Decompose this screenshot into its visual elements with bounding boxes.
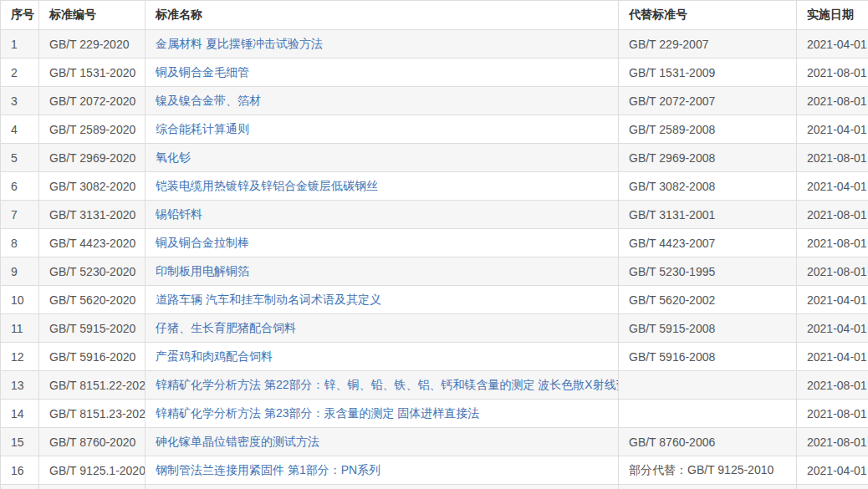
cell-standard-name: [146, 485, 619, 489]
standard-name-link[interactable]: 钢制管法兰连接用紧固件 第1部分：PN系列: [156, 463, 380, 476]
cell-standard-name: 铜及铜合金拉制棒: [146, 229, 619, 257]
cell-implementation-date: 2021-08-01: [797, 229, 868, 257]
cell-index: 6: [1, 172, 39, 201]
cell-replaced-code: [619, 371, 797, 400]
standard-name-link[interactable]: 镍及镍合金带、箔材: [156, 94, 261, 107]
cell-replaced-code: GB/T 3082-2008: [619, 172, 797, 201]
cell-standard-name: 综合能耗计算通则: [146, 115, 619, 144]
cell-standard-code: GB/T 5915-2020: [39, 314, 146, 343]
col-header-date: 实施日期: [797, 1, 868, 30]
cell-standard-name: 道路车辆 汽车和挂车制动名词术语及其定义: [146, 286, 619, 314]
cell-index: 10: [1, 286, 39, 314]
col-header-code: 标准编号: [39, 1, 146, 30]
table-row: 7 GB/T 3131-2020 锡铅钎料 GB/T 3131-2001 202…: [1, 201, 868, 229]
cell-implementation-date: 2021-08-01: [797, 201, 868, 229]
standard-name-link[interactable]: 铜及铜合金毛细管: [156, 65, 249, 79]
cell-replaced-code: GB/T 3131-2001: [619, 201, 797, 229]
cell-standard-code: [39, 485, 146, 489]
cell-implementation-date: [797, 485, 868, 489]
cell-implementation-date: 2021-04-01: [797, 343, 868, 371]
cell-index: 1: [1, 30, 39, 59]
cell-standard-code: GB/T 2969-2020: [39, 144, 146, 172]
standard-name-link[interactable]: 综合能耗计算通则: [156, 122, 249, 135]
standard-name-link[interactable]: 仔猪、生长育肥猪配合饲料: [156, 321, 296, 334]
cell-standard-code: GB/T 8151.23-2020: [39, 400, 146, 428]
table-row: 5 GB/T 2969-2020 氧化钐 GB/T 2969-2008 2021…: [1, 144, 868, 172]
cell-standard-name: 氧化钐: [146, 144, 619, 172]
standard-name-link[interactable]: 印制板用电解铜箔: [156, 264, 249, 278]
table-row: 6 GB/T 3082-2020 铠装电缆用热镀锌及锌铝合金镀层低碳钢丝 GB/…: [1, 172, 868, 201]
standard-name-link[interactable]: 道路车辆 汽车和挂车制动名词术语及其定义: [156, 293, 381, 306]
standard-name-link[interactable]: 金属材料 夏比摆锤冲击试验方法: [156, 37, 323, 50]
cell-replaced-code: GB/T 5620-2002: [619, 286, 797, 314]
cell-implementation-date: 2021-04-01: [797, 314, 868, 343]
standard-name-link[interactable]: 产蛋鸡和肉鸡配合饲料: [156, 349, 273, 363]
standard-name-link[interactable]: 锌精矿化学分析方法 第22部分：锌、铜、铅、铁、铝、钙和镁含量的测定 波长色散X…: [156, 378, 619, 391]
cell-implementation-date: 2021-08-01: [797, 371, 868, 400]
cell-index: 4: [1, 115, 39, 144]
standards-table: 序号 标准编号 标准名称 代替标准号 实施日期 1 GB/T 229-2020 …: [0, 0, 868, 489]
cell-standard-code: GB/T 4423-2020: [39, 229, 146, 257]
cell-replaced-code: GB/T 1531-2009: [619, 59, 797, 87]
cell-index: 14: [1, 400, 39, 428]
cell-index: 8: [1, 229, 39, 257]
cell-index: 3: [1, 87, 39, 115]
cell-standard-code: GB/T 1531-2020: [39, 59, 146, 87]
table-row: 13 GB/T 8151.22-2020 锌精矿化学分析方法 第22部分：锌、铜…: [1, 371, 868, 400]
cell-standard-name: 锡铅钎料: [146, 201, 619, 229]
cell-implementation-date: 2021-04-01: [797, 172, 868, 201]
cell-standard-name: 钢制管法兰连接用紧固件 第1部分：PN系列: [146, 456, 619, 485]
cell-replaced-code: GB/T 2969-2008: [619, 144, 797, 172]
standard-name-link[interactable]: 铠装电缆用热镀锌及锌铝合金镀层低碳钢丝: [156, 179, 378, 192]
col-header-replaced: 代替标准号: [619, 1, 797, 30]
table-row: 9 GB/T 5230-2020 印制板用电解铜箔 GB/T 5230-1995…: [1, 257, 868, 286]
cell-implementation-date: 2021-04-01: [797, 286, 868, 314]
cell-index: [1, 485, 39, 489]
cell-standard-name: 金属材料 夏比摆锤冲击试验方法: [146, 30, 619, 59]
cell-index: 7: [1, 201, 39, 229]
cell-standard-name: 铜及铜合金毛细管: [146, 59, 619, 87]
table-body: 1 GB/T 229-2020 金属材料 夏比摆锤冲击试验方法 GB/T 229…: [1, 30, 868, 489]
standard-name-link[interactable]: 氧化钐: [156, 150, 191, 164]
table-row: 10 GB/T 5620-2020 道路车辆 汽车和挂车制动名词术语及其定义 G…: [1, 286, 868, 314]
cell-implementation-date: 2021-04-01: [797, 456, 868, 485]
table-row: 4 GB/T 2589-2020 综合能耗计算通则 GB/T 2589-2008…: [1, 115, 868, 144]
cell-replaced-code: GB/T 5916-2008: [619, 343, 797, 371]
cell-standard-code: GB/T 3082-2020: [39, 172, 146, 201]
cell-index: 12: [1, 343, 39, 371]
cell-implementation-date: 2021-08-01: [797, 428, 868, 456]
cell-standard-name: 印制板用电解铜箔: [146, 257, 619, 286]
cell-standard-name: 铠装电缆用热镀锌及锌铝合金镀层低碳钢丝: [146, 172, 619, 201]
cell-standard-code: GB/T 8760-2020: [39, 428, 146, 456]
standard-name-link[interactable]: 锌精矿化学分析方法 第23部分：汞含量的测定 固体进样直接法: [156, 406, 479, 420]
table-row: 1 GB/T 229-2020 金属材料 夏比摆锤冲击试验方法 GB/T 229…: [1, 30, 868, 59]
cell-replaced-code: GB/T 4423-2007: [619, 229, 797, 257]
standard-name-link[interactable]: 砷化镓单晶位错密度的测试方法: [156, 435, 319, 448]
cell-replaced-code: [619, 400, 797, 428]
cell-standard-code: GB/T 8151.22-2020: [39, 371, 146, 400]
table-row: 3 GB/T 2072-2020 镍及镍合金带、箔材 GB/T 2072-200…: [1, 87, 868, 115]
standard-name-link[interactable]: 铜及铜合金拉制棒: [156, 236, 249, 249]
table-row-partial: [1, 485, 868, 489]
cell-standard-code: GB/T 5230-2020: [39, 257, 146, 286]
cell-implementation-date: 2021-04-01: [797, 115, 868, 144]
cell-standard-name: 锌精矿化学分析方法 第23部分：汞含量的测定 固体进样直接法: [146, 400, 619, 428]
cell-standard-name: 锌精矿化学分析方法 第22部分：锌、铜、铅、铁、铝、钙和镁含量的测定 波长色散X…: [146, 371, 619, 400]
cell-standard-name: 镍及镍合金带、箔材: [146, 87, 619, 115]
table-row: 15 GB/T 8760-2020 砷化镓单晶位错密度的测试方法 GB/T 87…: [1, 428, 868, 456]
standard-name-link[interactable]: 锡铅钎料: [156, 207, 202, 221]
cell-replaced-code: GB/T 5915-2008: [619, 314, 797, 343]
cell-standard-name: 仔猪、生长育肥猪配合饲料: [146, 314, 619, 343]
cell-standard-code: GB/T 2589-2020: [39, 115, 146, 144]
cell-index: 5: [1, 144, 39, 172]
table-row: 2 GB/T 1531-2020 铜及铜合金毛细管 GB/T 1531-2009…: [1, 59, 868, 87]
table-row: 12 GB/T 5916-2020 产蛋鸡和肉鸡配合饲料 GB/T 5916-2…: [1, 343, 868, 371]
cell-standard-code: GB/T 2072-2020: [39, 87, 146, 115]
cell-index: 2: [1, 59, 39, 87]
cell-replaced-code: GB/T 229-2007: [619, 30, 797, 59]
table-row: 16 GB/T 9125.1-2020 钢制管法兰连接用紧固件 第1部分：PN系…: [1, 456, 868, 485]
header-row: 序号 标准编号 标准名称 代替标准号 实施日期: [1, 1, 868, 30]
table-row: 14 GB/T 8151.23-2020 锌精矿化学分析方法 第23部分：汞含量…: [1, 400, 868, 428]
cell-standard-code: GB/T 9125.1-2020: [39, 456, 146, 485]
cell-replaced-code: GB/T 8760-2006: [619, 428, 797, 456]
